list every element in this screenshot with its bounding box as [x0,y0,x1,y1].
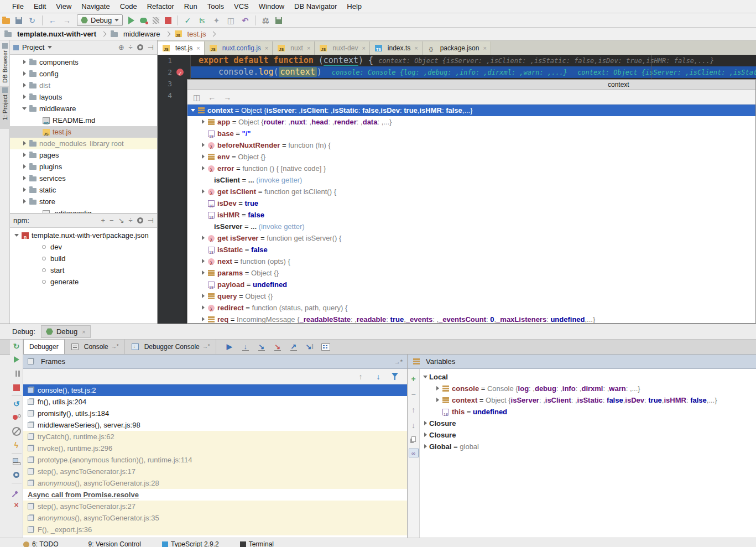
project-tree-row[interactable]: node_modules library root [10,138,157,149]
value-tree-row[interactable]: base "/" [187,128,755,139]
code-line[interactable]: export default function (context) { cont… [191,55,756,66]
status-bar-item[interactable]: 9: Version Control [80,540,141,547]
copy-icon[interactable] [411,436,416,442]
coverage-button[interactable] [153,17,159,24]
tree-chevron-icon[interactable] [422,443,429,450]
tree-chevron-icon[interactable] [434,385,441,392]
stack-frame-row[interactable]: anonymous(), asyncToGenerator.js:28 [23,477,407,489]
status-bar-item[interactable]: 6: TODO [23,540,59,547]
next-frame-icon[interactable]: ↓ [374,372,383,381]
vcs-update-icon[interactable]: ✓ [183,16,192,25]
npm-tree-row[interactable]: dev [10,241,157,253]
variable-tree-row[interactable]: Closure [420,418,756,429]
breadcrumb-item[interactable]: test.js [174,30,220,38]
tree-chevron-icon[interactable] [200,281,207,288]
stop-icon[interactable] [13,384,20,391]
editor-tab[interactable]: nuxt.config.js [205,41,273,55]
tree-chevron-icon[interactable] [200,188,207,195]
menu-item[interactable]: View [51,1,76,12]
menu-item[interactable]: VCS [230,1,253,12]
tree-chevron-icon[interactable] [200,130,207,137]
stack-frame-row[interactable]: Async call from Promise.resolve [23,489,407,501]
gutter-line[interactable]: 3 [158,78,190,90]
close-icon[interactable] [82,329,85,335]
evaluate-expression-icon[interactable] [321,343,330,351]
close-icon[interactable] [196,45,200,51]
project-tree-row[interactable]: .editorconfig [10,207,157,213]
hide-panel-icon[interactable]: ⊣ [148,216,154,225]
tree-chevron-icon[interactable] [200,153,207,160]
pin-icon[interactable] [12,487,21,496]
stop-button[interactable] [165,17,171,24]
tree-chevron-icon[interactable] [34,117,41,124]
back-icon[interactable]: ← [208,93,216,102]
editor-tab[interactable]: package.json [423,41,491,55]
tree-chevron-icon[interactable] [200,269,207,277]
tree-chevron-icon[interactable] [200,304,207,311]
stack-frame-row[interactable]: anonymous(), asyncToGenerator.js:35 [23,512,407,524]
tree-chevron-icon[interactable] [21,163,28,170]
menu-item[interactable]: Window [254,1,289,12]
value-tree-row[interactable]: isStatic false [187,244,755,256]
filter-frames-icon[interactable] [392,373,398,381]
tree-chevron-icon[interactable] [434,397,441,404]
value-tree-row[interactable]: app Object {router: ,nuxt: ,head: ,rende… [187,116,755,128]
tree-chevron-icon[interactable] [21,105,28,112]
tree-chevron-icon[interactable] [21,93,28,101]
project-tree-row[interactable]: static [10,184,157,196]
code-line[interactable]: console.log(context) console: Console {l… [191,66,756,78]
tree-chevron-icon[interactable] [422,431,429,439]
menu-item[interactable]: DB Navigator [290,1,341,12]
tree-chevron-icon[interactable] [32,278,39,285]
resume-icon[interactable] [14,356,19,363]
menu-item[interactable]: Edit [29,1,50,12]
value-tree-row[interactable]: env Object {} [187,151,755,163]
stack-frame-row[interactable]: step(), asyncToGenerator.js:27 [23,501,407,512]
menu-item[interactable]: Code [116,1,142,12]
menu-item[interactable]: Tools [203,1,228,12]
close-icon[interactable] [362,45,365,51]
tree-chevron-icon[interactable] [207,176,214,184]
run-button[interactable] [128,17,134,24]
tree-chevron-icon[interactable] [32,243,39,251]
tree-chevron-icon[interactable] [207,223,214,230]
stack-frame-row[interactable]: console(), test.js:2 [23,384,407,396]
run-script-icon[interactable]: ↘ [118,216,124,225]
tree-chevron-icon[interactable] [200,235,207,242]
remove-watch-icon[interactable]: − [409,390,418,399]
value-tree-row[interactable]: isDev true [187,197,755,209]
value-tree-row[interactable]: isClient ... (invoke getter) [187,174,755,186]
breadcrumb-item[interactable]: middleware [110,30,173,38]
value-tree-row[interactable]: isServer ... (invoke getter) [187,221,755,232]
compare-icon[interactable]: ◫ [226,16,235,25]
project-tree-row[interactable]: pages [10,149,157,161]
tab-debugger-console[interactable]: Debugger Console →* [125,339,216,354]
tree-chevron-icon[interactable] [422,373,429,381]
tree-chevron-icon[interactable] [21,82,28,89]
stack-frame-row[interactable]: F(), _export.js:36 [23,524,407,535]
forward-icon[interactable]: → [62,16,71,25]
stack-frame-row[interactable]: prototype.(anonymous function)(), runtim… [23,454,407,466]
npm-tree-row[interactable]: start [10,264,157,276]
stripe-project[interactable]: 1: Project [0,86,10,129]
sync-icon[interactable]: ↻ [28,16,37,25]
variable-tree-row[interactable]: Local [420,371,756,383]
project-tree-row[interactable]: layouts [10,91,157,103]
project-tree-row[interactable]: config [10,68,157,80]
tree-chevron-icon[interactable] [422,420,429,427]
tree-chevron-icon[interactable] [21,59,28,66]
settings-wrench-icon[interactable]: ⚖ [261,16,270,25]
gear-icon[interactable] [137,44,143,50]
run-config-select[interactable]: Debug [77,14,123,26]
tree-chevron-icon[interactable] [21,140,28,147]
show-execution-point-icon[interactable]: ▶ [225,342,234,351]
forward-icon[interactable]: → [223,93,231,102]
close-icon[interactable]: × [12,501,21,509]
tree-chevron-icon[interactable] [21,198,28,205]
variable-tree-row[interactable]: context Object {isServer: ,isClient: ,is… [420,394,756,406]
tree-chevron-icon[interactable] [200,316,207,323]
gutter-line[interactable]: 1 [158,55,190,66]
tab-console[interactable]: Console →* [65,339,125,354]
restart-frame-icon[interactable]: ↺ [12,399,21,408]
npm-tree-row[interactable]: generate [10,276,157,288]
